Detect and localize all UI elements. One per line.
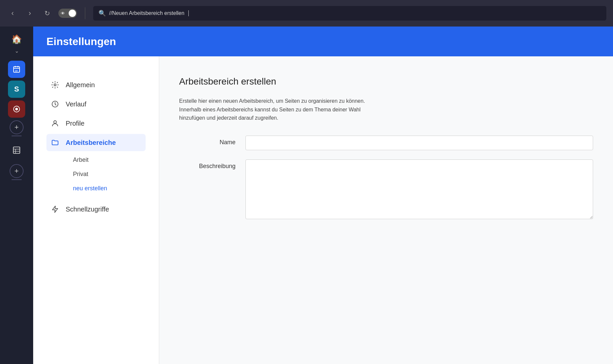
clock-icon <box>50 100 60 108</box>
app-content: Einstellungen Allgemein <box>33 27 613 364</box>
sidebar-icon-globe[interactable] <box>8 100 25 118</box>
home-button[interactable]: 🏠 <box>8 30 25 48</box>
nav-label-allgemein: Allgemein <box>66 81 95 89</box>
divider-line <box>12 136 22 136</box>
address-bar[interactable]: 🔍 //Neuen Arbeitsbereich erstellen <box>93 6 606 21</box>
add-section: + <box>10 120 24 136</box>
main-layout: 🏠 ⌄ 10 S + <box>0 27 613 364</box>
lightning-icon <box>50 205 60 213</box>
sidebar-icon-table[interactable] <box>8 142 25 159</box>
svg-point-13 <box>54 121 56 123</box>
nav-item-verlauf[interactable]: Verlauf <box>46 95 146 113</box>
nav-label-arbeitsbereiche: Arbeitsbereiche <box>66 139 116 147</box>
svg-text:10: 10 <box>15 70 18 72</box>
nav-item-allgemein[interactable]: Allgemein <box>46 76 146 93</box>
icon-sidebar: 🏠 ⌄ 10 S + <box>0 27 33 364</box>
subitem-new[interactable]: neu erstellen <box>69 182 146 195</box>
page-title: Einstellungen <box>46 35 116 48</box>
nav-label-schnellzugriffe: Schnellzugriffe <box>66 206 109 213</box>
description-field-row: Beschreibung <box>179 159 593 219</box>
browser-chrome: ‹ › ↻ 👁 🔍 //Neuen Arbeitsbereich erstell… <box>0 0 613 27</box>
eye-icon: 👁 <box>61 11 65 16</box>
subitem-privat[interactable]: Privat <box>69 167 146 181</box>
description-input[interactable] <box>245 159 593 219</box>
gear-icon <box>50 81 60 89</box>
add-button-2[interactable]: + <box>10 164 24 178</box>
user-icon <box>50 119 60 127</box>
reload-button[interactable]: ↻ <box>41 7 53 19</box>
nav-item-arbeitsbereiche[interactable]: Arbeitsbereiche <box>46 134 146 151</box>
svg-point-6 <box>15 108 18 110</box>
add-button[interactable]: + <box>10 120 24 134</box>
address-text: //Neuen Arbeitsbereich erstellen <box>109 10 184 16</box>
workspace-description: Erstelle hier einen neuen Arbeitsbereich… <box>179 97 378 122</box>
sidebar-icon-calendar[interactable]: 10 <box>8 61 25 78</box>
nav-label-verlauf: Verlauf <box>66 100 86 108</box>
forward-button[interactable]: › <box>24 7 36 19</box>
svg-rect-7 <box>13 147 20 153</box>
settings-sidebar: Allgemein Verlauf <box>33 56 159 364</box>
toggle-knob <box>69 10 76 17</box>
app-header: Einstellungen <box>33 27 613 56</box>
workspace-subitems: Arbeit Privat neu erstellen <box>46 153 146 195</box>
nav-label-profile: Profile <box>66 120 85 127</box>
name-input[interactable] <box>245 136 593 150</box>
search-icon: 🔍 <box>99 10 106 17</box>
sidebar-icon-skype[interactable]: S <box>8 81 25 98</box>
settings-content: Allgemein Verlauf <box>33 56 613 364</box>
name-label: Name <box>179 136 245 146</box>
add-section-2: + <box>10 164 24 180</box>
description-label: Beschreibung <box>179 159 245 170</box>
divider <box>85 7 85 19</box>
view-toggle[interactable]: 👁 <box>58 9 77 18</box>
workspace-title: Arbeitsbereich erstellen <box>179 76 593 87</box>
folder-icon <box>50 139 60 147</box>
home-section: 🏠 ⌄ <box>8 30 25 54</box>
name-field-row: Name <box>179 136 593 150</box>
nav-item-profile[interactable]: Profile <box>46 115 146 132</box>
svg-point-11 <box>54 84 56 86</box>
subitem-arbeit[interactable]: Arbeit <box>69 153 146 167</box>
cursor <box>188 10 189 16</box>
chevron-down-icon[interactable]: ⌄ <box>15 48 19 54</box>
settings-main: Arbeitsbereich erstellen Erstelle hier e… <box>159 56 613 364</box>
back-button[interactable]: ‹ <box>7 7 19 19</box>
divider-line-2 <box>12 179 22 180</box>
nav-item-schnellzugriffe[interactable]: Schnellzugriffe <box>46 201 146 218</box>
